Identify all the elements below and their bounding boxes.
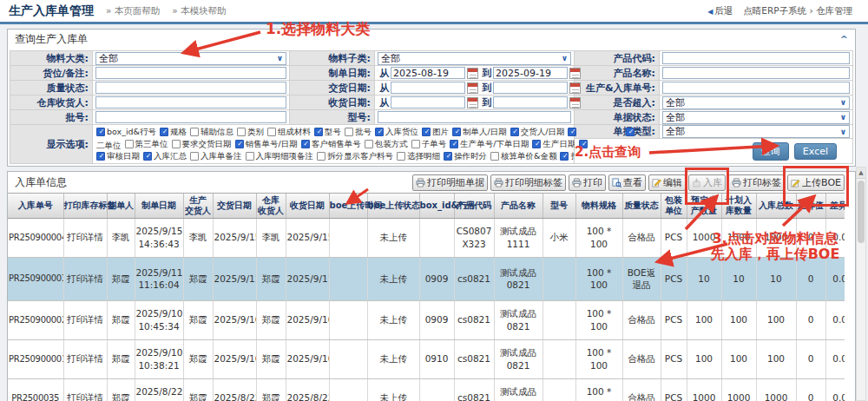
location-remark-input[interactable] [95, 67, 286, 79]
calendar-icon[interactable] [467, 82, 478, 94]
quality-status-input[interactable] [95, 82, 286, 94]
checkbox-unchecked-icon[interactable] [345, 128, 353, 136]
receive-date-to-input[interactable] [493, 96, 568, 108]
checkbox-checked-icon[interactable] [626, 128, 635, 136]
display-option-checkbox[interactable]: 图片 [422, 126, 449, 138]
display-option-checkbox[interactable]: 入库货位 [375, 126, 418, 138]
checkbox-checked-icon[interactable] [452, 128, 461, 136]
print-detail-link[interactable]: 打印详情 [63, 339, 107, 378]
checkbox-unchecked-icon[interactable] [317, 152, 326, 161]
print-detail-link[interactable]: 打印详情 [63, 257, 107, 300]
display-option-checkbox[interactable]: 子单号 [411, 138, 447, 150]
excel-export-button[interactable]: Excel [794, 143, 837, 160]
display-option-checkbox[interactable]: 选择明细 [397, 150, 440, 162]
checkbox-checked-icon[interactable] [579, 140, 588, 148]
print-detail-link[interactable]: 打印详情 [63, 378, 107, 401]
display-option-checkbox[interactable]: 制单人/日期 [452, 126, 507, 138]
receive-date-from-input[interactable] [391, 96, 465, 108]
wh-receiver-input[interactable] [95, 96, 286, 108]
scroll-up-icon[interactable]: ▲ [857, 168, 865, 179]
checkbox-unchecked-icon[interactable] [125, 140, 134, 148]
display-option-checkbox[interactable]: 生产单号/下单日期 [450, 138, 529, 150]
calendar-icon[interactable] [467, 68, 478, 79]
query-button[interactable]: 查询 [753, 142, 789, 161]
checkbox-checked-icon[interactable] [301, 140, 310, 148]
display-option-checkbox[interactable]: 包装方式 [365, 138, 408, 150]
display-option-checkbox[interactable]: 核算单价&金额 [490, 150, 556, 162]
checkbox-checked-icon[interactable] [450, 140, 458, 148]
display-option-checkbox[interactable]: 第三单位 [125, 138, 168, 150]
delivery-date-to-input[interactable] [493, 82, 568, 94]
checkbox-unchecked-icon[interactable] [397, 152, 405, 161]
display-option-checkbox[interactable]: 辅助信息 [190, 126, 233, 138]
product-name-input[interactable] [662, 67, 850, 79]
table-row[interactable]: PR250900003打印详情郑霞2025/9/11 11:16:04郑霞202… [8, 257, 845, 300]
display-option-checkbox[interactable]: 要求交货日期 [172, 138, 232, 150]
material-class-select[interactable]: 全部 [95, 52, 286, 65]
display-option-checkbox[interactable]: 规格 [160, 126, 187, 138]
delivery-date-from-input[interactable] [391, 82, 465, 94]
checkbox-unchecked-icon[interactable] [365, 140, 373, 148]
scrollbar-thumb[interactable] [858, 181, 865, 243]
checkbox-unchecked-icon[interactable] [190, 128, 199, 136]
checkbox-checked-icon[interactable] [444, 152, 452, 161]
over-in-select[interactable]: 全部 [662, 96, 850, 109]
display-option-checkbox[interactable]: 类别 [237, 126, 264, 138]
display-option-checkbox[interactable]: 拆分显示客户料号 [317, 150, 393, 162]
make-date-from-input[interactable] [391, 67, 465, 79]
checkbox-unchecked-icon[interactable] [246, 152, 254, 161]
table-row[interactable]: PR250900001打印详情郑霞2025/9/10 10:38:21郑霞202… [8, 339, 845, 378]
display-option-checkbox[interactable]: 生产日期 [532, 138, 575, 150]
material-subclass-select[interactable]: 全部 [378, 52, 571, 65]
back-button[interactable]: ◀后退 [707, 5, 733, 17]
display-option-checkbox[interactable]: 入库汇总 [143, 150, 187, 162]
checkbox-unchecked-icon[interactable] [172, 140, 181, 148]
toolbar-button-打印标签[interactable]: 打印标签 [728, 174, 785, 191]
checkbox-checked-icon[interactable] [532, 140, 541, 148]
checkbox-checked-icon[interactable] [160, 128, 168, 136]
checkbox-checked-icon[interactable] [560, 152, 569, 161]
collapse-panel-icon[interactable]: ^ [840, 34, 848, 45]
table-row[interactable]: PR2500035打印详情郑霞2025/8/22 15:43:58郑霞2025/… [8, 378, 845, 401]
checkbox-unchecked-icon[interactable] [267, 128, 276, 136]
toolbar-button-打印明细标签[interactable]: 打印明细标签 [490, 174, 566, 191]
calendar-icon[interactable] [467, 97, 478, 108]
toolbar-button-打印[interactable]: 打印 [569, 174, 606, 191]
checkbox-checked-icon[interactable] [96, 152, 105, 161]
vertical-scrollbar[interactable]: ▲ [856, 167, 866, 401]
display-option-checkbox[interactable]: 型号 [314, 126, 341, 138]
toolbar-button-编辑[interactable]: 编辑 [648, 174, 686, 191]
checkbox-checked-icon[interactable] [143, 152, 152, 161]
display-option-checkbox[interactable]: 交货人/日期 [510, 126, 565, 138]
checkbox-checked-icon[interactable] [510, 128, 519, 136]
display-option-checkbox[interactable]: 批号 [345, 126, 372, 138]
display-option-checkbox[interactable]: 操作时分 [444, 150, 487, 162]
product-code-input[interactable] [662, 52, 850, 64]
display-option-checkbox[interactable]: 审核日期 [96, 150, 140, 162]
batch-no-input[interactable] [95, 111, 286, 123]
table-row[interactable]: PR250900002打印详情郑霞2025/9/10 10:45:34郑霞202… [8, 300, 845, 339]
doc-status-select[interactable]: 全部 [662, 111, 850, 124]
checkbox-checked-icon[interactable] [568, 128, 576, 136]
prod-in-no-input[interactable] [662, 82, 850, 94]
checkbox-checked-icon[interactable] [375, 128, 384, 136]
page-help-link[interactable]: » 本页面帮助 [106, 5, 160, 17]
calendar-icon[interactable] [569, 97, 581, 108]
print-detail-link[interactable]: 打印详情 [63, 300, 107, 339]
print-detail-link[interactable]: 打印详情 [63, 218, 107, 257]
make-date-to-input[interactable] [493, 67, 568, 79]
display-option-checkbox[interactable]: 销售单号/日期 [235, 138, 298, 150]
checkbox-checked-icon[interactable] [96, 128, 105, 136]
toolbar-button-上传BOE[interactable]: 上传BOE [787, 174, 845, 191]
model-input[interactable] [378, 111, 571, 123]
calendar-icon[interactable] [569, 68, 581, 79]
checkbox-unchecked-icon[interactable] [411, 140, 420, 148]
table-row[interactable]: PR250900004打印详情李凯2025/9/15 14:36:43李凯202… [8, 218, 845, 257]
display-option-checkbox[interactable]: 入库明细项备注 [246, 150, 314, 162]
checkbox-unchecked-icon[interactable] [190, 152, 199, 161]
display-option-checkbox[interactable]: 入库单备注 [190, 150, 242, 162]
display-option-checkbox[interactable]: 组成材料 [267, 126, 311, 138]
checkbox-checked-icon[interactable] [422, 128, 431, 136]
doc-type-select[interactable]: 全部 [662, 125, 850, 138]
display-option-checkbox[interactable]: box_id&行号 [96, 126, 156, 138]
